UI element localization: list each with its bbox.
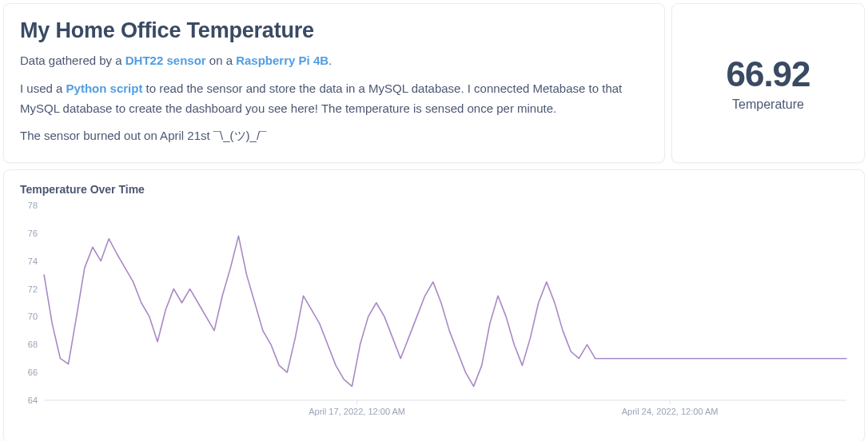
svg-text:April 24, 2022, 12:00 AM: April 24, 2022, 12:00 AM xyxy=(622,407,719,416)
line-chart: 6466687072747678April 17, 2022, 12:00 AM… xyxy=(17,201,851,424)
kpi-value: 66.92 xyxy=(726,54,810,94)
board-link[interactable]: Raspberry Pi 4B xyxy=(236,54,328,67)
svg-text:66: 66 xyxy=(28,368,38,377)
page-title: My Home Office Temperature xyxy=(20,18,648,43)
text-fragment: on a xyxy=(206,54,237,67)
svg-text:68: 68 xyxy=(28,340,38,349)
svg-text:64: 64 xyxy=(28,395,38,405)
script-link[interactable]: Python script xyxy=(66,81,143,95)
chart-title: Temperature Over Time xyxy=(17,183,851,196)
chart-card: Temperature Over Time 6466687072747678Ap… xyxy=(3,169,865,441)
svg-text:76: 76 xyxy=(28,228,38,238)
description-line-3: The sensor burned out on April 21st ¯\_(… xyxy=(20,126,648,146)
svg-text:70: 70 xyxy=(28,312,38,321)
text-fragment: . xyxy=(328,54,332,67)
kpi-label: Temperature xyxy=(732,97,804,112)
description-line-2: I used a Python script to read the senso… xyxy=(20,79,648,119)
svg-text:78: 78 xyxy=(28,201,38,210)
description-card: My Home Office Temperature Data gathered… xyxy=(3,3,665,163)
kpi-card: 66.92 Temperature xyxy=(671,3,865,163)
description-line-1: Data gathered by a DHT22 sensor on a Ras… xyxy=(20,51,648,71)
chart-svg: 6466687072747678April 17, 2022, 12:00 AM… xyxy=(17,201,851,424)
text-fragment: I used a xyxy=(20,81,66,95)
svg-text:April 17, 2022, 12:00 AM: April 17, 2022, 12:00 AM xyxy=(309,407,405,416)
sensor-link[interactable]: DHT22 sensor xyxy=(125,54,206,67)
text-fragment: Data gathered by a xyxy=(20,54,125,67)
svg-text:72: 72 xyxy=(28,284,38,294)
svg-text:74: 74 xyxy=(28,256,38,266)
